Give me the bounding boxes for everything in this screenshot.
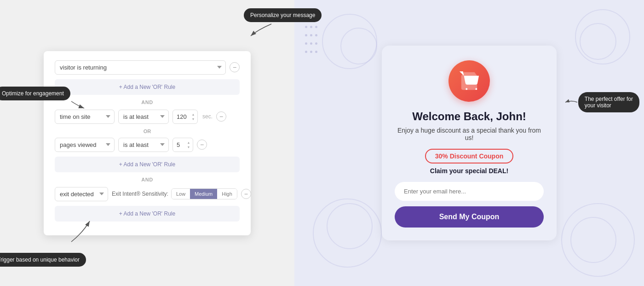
tooltip-personalize: Personalize your message — [244, 8, 322, 22]
rule2-select2[interactable]: is at least is less than is exactly — [118, 110, 169, 124]
send-coupon-button[interactable]: Send My Coupon — [395, 206, 544, 228]
popup-subtitle: Enjoy a huge discount as a special thank… — [395, 127, 544, 141]
rule1-select[interactable]: visitor is returning visitor is new visi… — [55, 60, 226, 75]
rule3-select2[interactable]: is at least is less than is exactly — [118, 138, 169, 152]
tooltip-optimize: Optimize for engagement — [0, 87, 70, 100]
rule2-spinners: ▲ ▼ — [190, 112, 196, 121]
svg-point-3 — [475, 88, 477, 90]
right-panel: The perfect offer for your visitor — [294, 0, 644, 286]
svg-point-2 — [466, 88, 467, 90]
rule3-number-wrap: ▲ ▼ — [172, 138, 193, 152]
exit-sensitivity-group: Exit Intent® Sensitivity: Low Medium Hig… — [112, 188, 237, 199]
email-input[interactable] — [395, 182, 544, 201]
dots-grid — [304, 23, 327, 51]
popup-title: Welcome Back, John! — [395, 110, 544, 123]
or-divider-1: OR — [55, 128, 240, 134]
and-divider-2: AND — [55, 177, 240, 182]
exit-sensitivity-label: Exit Intent® Sensitivity: — [112, 191, 168, 197]
rule2-unit: sec. — [202, 113, 213, 120]
main-container: Personalize your message Optimize for en… — [0, 0, 644, 286]
add-or-rule-bar-2[interactable]: + Add a New 'OR' Rule — [55, 157, 240, 172]
rule-row-2: time on site pages viewed exit detected … — [55, 110, 240, 124]
rule3-spinners: ▲ ▼ — [186, 140, 191, 149]
rule4-select[interactable]: exit detected time on site pages viewed — [55, 187, 108, 201]
popup-card: Welcome Back, John! Enjoy a huge discoun… — [382, 46, 557, 240]
cart-icon — [459, 70, 480, 92]
left-panel: Personalize your message Optimize for en… — [0, 0, 294, 286]
rule2-spinner-up[interactable]: ▲ — [190, 112, 196, 117]
remove-rule1-button[interactable]: − — [230, 62, 240, 72]
rule2-select1[interactable]: time on site pages viewed exit detected — [55, 110, 115, 124]
perfect-arrow-icon — [564, 98, 578, 107]
rules-card: visitor is returning visitor is new visi… — [44, 51, 251, 235]
add-or-rule-bar-1[interactable]: + Add a New 'OR' Rule — [55, 79, 240, 95]
claim-text: Claim your special DEAL! — [395, 167, 544, 175]
rule2-number-wrap: ▲ ▼ — [172, 110, 198, 124]
rule-row-3: pages viewed time on site exit detected … — [55, 138, 240, 152]
sensitivity-high-button[interactable]: High — [217, 189, 237, 199]
sensitivity-medium-button[interactable]: Medium — [190, 189, 217, 199]
coupon-badge: 30% Discount Coupon — [425, 149, 514, 163]
sensitivity-low-button[interactable]: Low — [172, 189, 190, 199]
tooltip-perfect: The perfect offer for your visitor — [578, 92, 639, 112]
add-or-rule-bar-3[interactable]: + Add a New 'OR' Rule — [55, 206, 240, 222]
remove-rule4-button[interactable]: − — [241, 189, 251, 199]
tooltip-trigger: Trigger based on unique behavior — [0, 253, 86, 267]
rule3-spinner-up[interactable]: ▲ — [186, 140, 191, 145]
rule-row-4: exit detected time on site pages viewed … — [55, 187, 240, 201]
sensitivity-buttons: Low Medium High — [171, 188, 237, 199]
rule-row-1: visitor is returning visitor is new visi… — [55, 60, 240, 75]
and-divider-1: AND — [55, 99, 240, 105]
remove-rule3-button[interactable]: − — [197, 140, 207, 150]
cart-icon-circle — [448, 60, 490, 102]
rule3-select1[interactable]: pages viewed time on site exit detected — [55, 138, 115, 152]
rule2-spinner-down[interactable]: ▼ — [190, 117, 196, 121]
remove-rule2-button[interactable]: − — [216, 111, 226, 122]
rule3-spinner-down[interactable]: ▼ — [186, 145, 191, 149]
